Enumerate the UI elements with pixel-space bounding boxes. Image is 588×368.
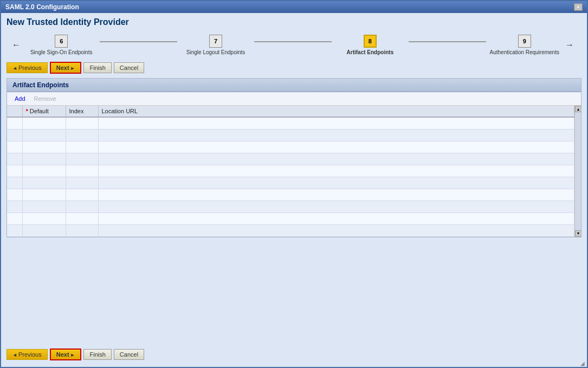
top-toolbar: Previous Next Finish Cancel <box>7 62 581 74</box>
step-8-label: Artifact Endpoints <box>347 49 394 55</box>
scrollbar-up-btn[interactable]: ▲ <box>575 106 581 112</box>
wizard-step-7: 7 Single Logout Endpoints <box>177 35 254 55</box>
step-connector-8-9 <box>409 41 486 42</box>
row-location <box>98 177 574 189</box>
endpoints-table: * Default Index Location URL <box>7 106 574 237</box>
wizard-step-8: 8 Artifact Endpoints <box>332 35 409 55</box>
title-bar: SAML 2.0 Configuration × <box>1 1 587 13</box>
row-default <box>22 189 66 201</box>
row-index <box>66 117 98 129</box>
step-9-number: 9 <box>518 35 531 48</box>
col-index-label: Index <box>69 108 84 114</box>
close-button[interactable]: × <box>574 3 583 11</box>
col-location-label: Location URL <box>102 108 138 114</box>
bottom-next-label: Next <box>56 351 69 358</box>
bottom-next-button[interactable]: Next <box>50 348 82 360</box>
window-title: SAML 2.0 Configuration <box>5 3 79 11</box>
wizard-arrow-left-icon: ← <box>12 40 21 50</box>
bottom-toolbar: Previous Next Finish Cancel <box>7 348 581 360</box>
wizard-step-9: 9 Authentication Requirements <box>486 35 563 55</box>
table-row <box>7 224 574 236</box>
table-row <box>7 117 574 129</box>
row-location <box>98 141 574 153</box>
table-row <box>7 177 574 189</box>
col-location-header: Location URL <box>98 106 574 117</box>
step-7-number: 7 <box>209 35 222 48</box>
top-finish-button[interactable]: Finish <box>83 62 111 73</box>
resize-handle[interactable]: ◢ <box>580 360 587 367</box>
table-row <box>7 153 574 165</box>
top-next-label: Next <box>56 64 69 71</box>
step-6-label: Single Sign-On Endpoints <box>30 49 93 55</box>
top-previous-label: Previous <box>18 64 42 71</box>
row-index <box>66 189 98 201</box>
table-header-row: * Default Index Location URL <box>7 106 574 117</box>
row-default <box>22 165 66 177</box>
scrollbar-down-btn[interactable]: ▼ <box>575 230 581 237</box>
table-body <box>7 117 574 236</box>
row-index <box>66 212 98 224</box>
row-location <box>98 165 574 177</box>
prev-arrow-icon <box>12 64 17 71</box>
table-container: * Default Index Location URL <box>7 106 581 237</box>
row-selector <box>7 141 22 153</box>
remove-button[interactable]: Remove <box>30 94 61 103</box>
row-selector <box>7 201 22 212</box>
content-area: New Trusted Identity Provider ← 6 Single… <box>1 13 587 367</box>
prev-arrow-bottom-icon <box>12 351 17 358</box>
col-index-header: Index <box>66 106 98 117</box>
row-index <box>66 153 98 165</box>
col-default-label: Default <box>30 108 49 114</box>
bottom-cancel-label: Cancel <box>120 351 138 358</box>
row-selector <box>7 117 22 129</box>
add-button[interactable]: Add <box>10 94 30 103</box>
bottom-previous-label: Previous <box>18 351 42 358</box>
col-default-header: * Default <box>22 106 66 117</box>
bottom-previous-button[interactable]: Previous <box>7 349 48 360</box>
step-7-label: Single Logout Endpoints <box>186 49 245 55</box>
row-location <box>98 224 574 236</box>
row-selector <box>7 129 22 141</box>
page-title: New Trusted Identity Provider <box>7 17 581 27</box>
required-star: * <box>26 108 28 114</box>
row-selector <box>7 189 22 201</box>
table-scrollbar[interactable]: ▲ ▼ <box>574 106 581 237</box>
table-row <box>7 141 574 153</box>
wizard-step-6: 6 Single Sign-On Endpoints <box>23 35 100 55</box>
row-index <box>66 224 98 236</box>
panel-toolbar: Add Remove <box>7 92 581 106</box>
panel-header: Artifact Endpoints <box>7 79 581 92</box>
main-window: SAML 2.0 Configuration × New Trusted Ide… <box>0 0 588 368</box>
row-default <box>22 117 66 129</box>
table-row <box>7 129 574 141</box>
spacer <box>7 242 581 346</box>
step-connector-7-8 <box>254 41 331 42</box>
row-location <box>98 129 574 141</box>
bottom-finish-button[interactable]: Finish <box>83 349 111 360</box>
top-cancel-button[interactable]: Cancel <box>114 62 144 73</box>
top-next-button[interactable]: Next <box>50 62 82 74</box>
row-selector <box>7 165 22 177</box>
table-row <box>7 189 574 201</box>
top-cancel-label: Cancel <box>120 64 138 71</box>
row-selector <box>7 153 22 165</box>
next-arrow-icon <box>70 64 75 71</box>
row-default <box>22 129 66 141</box>
row-location <box>98 212 574 224</box>
row-default <box>22 177 66 189</box>
row-index <box>66 129 98 141</box>
row-location <box>98 153 574 165</box>
row-default <box>22 153 66 165</box>
row-selector <box>7 177 22 189</box>
top-previous-button[interactable]: Previous <box>7 62 48 73</box>
bottom-cancel-button[interactable]: Cancel <box>114 349 144 360</box>
row-default <box>22 141 66 153</box>
row-selector <box>7 212 22 224</box>
table-row <box>7 201 574 212</box>
row-default <box>22 224 66 236</box>
row-index <box>66 165 98 177</box>
wizard-steps-container: 6 Single Sign-On Endpoints 7 Single Logo… <box>23 35 563 55</box>
row-index <box>66 201 98 212</box>
row-index <box>66 177 98 189</box>
row-default <box>22 212 66 224</box>
